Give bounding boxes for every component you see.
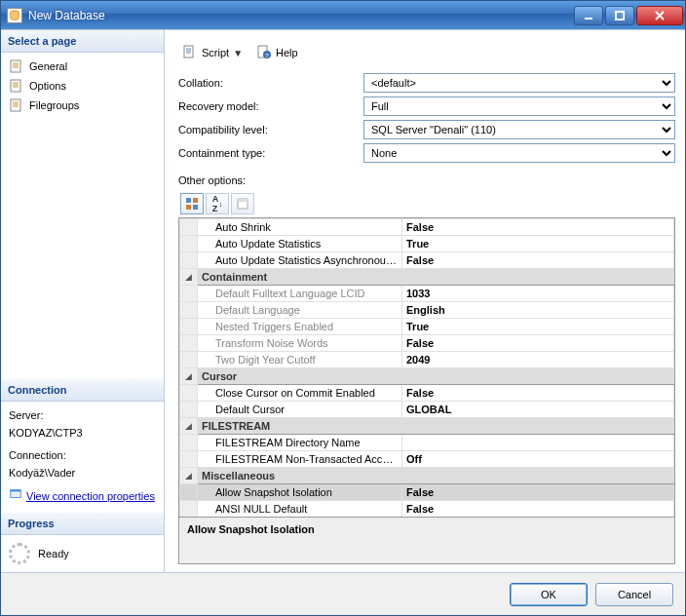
close-button[interactable] [636, 6, 683, 25]
property-value[interactable]: False [402, 219, 674, 236]
collapse-toggle[interactable]: ◢ [180, 468, 198, 484]
connection-label: Connection: [9, 447, 156, 465]
dialog-body: Select a page General Options Filegroups… [1, 29, 685, 572]
property-name: Allow Snapshot Isolation [198, 484, 402, 501]
alphabetical-button[interactable]: AZ↓ [206, 193, 229, 214]
ok-button[interactable]: OK [510, 583, 588, 606]
table-row[interactable]: ANSI NULL DefaultFalse [180, 501, 674, 518]
property-value[interactable]: True [402, 319, 674, 335]
recovery-select[interactable]: Full [363, 96, 675, 116]
property-value[interactable]: GLOBAL [402, 402, 674, 418]
cancel-button[interactable]: Cancel [595, 583, 673, 606]
table-row[interactable]: ◢Miscellaneous [180, 468, 674, 484]
property-value[interactable]: English [402, 302, 674, 319]
progress-spinner-icon [9, 543, 30, 564]
property-value[interactable]: Off [402, 451, 674, 468]
progress-status: Ready [38, 548, 69, 559]
row-gutter [180, 501, 198, 518]
row-gutter [180, 435, 198, 451]
page-label: General [29, 60, 67, 72]
row-gutter [180, 385, 198, 402]
collapse-toggle[interactable]: ◢ [180, 269, 198, 286]
svg-rect-12 [186, 198, 191, 203]
maximize-button[interactable] [605, 6, 634, 25]
property-value[interactable]: False [402, 335, 674, 352]
collapse-toggle[interactable]: ◢ [180, 368, 198, 385]
table-row[interactable]: ◢Cursor [180, 368, 674, 385]
app-icon [7, 8, 22, 23]
property-name: Default Language [198, 302, 402, 319]
page-item-filegroups[interactable]: Filegroups [6, 96, 159, 115]
row-gutter [180, 484, 198, 501]
view-connection-properties-link[interactable]: View connection properties [9, 487, 155, 507]
page-item-options[interactable]: Options [6, 76, 159, 96]
row-gutter [180, 219, 198, 236]
left-panel: Select a page General Options Filegroups… [1, 30, 165, 572]
property-grid: Auto ShrinkFalse Auto Update StatisticsT… [178, 217, 675, 564]
help-button[interactable]: ? Help [252, 42, 302, 63]
property-value[interactable]: False [402, 501, 674, 518]
property-value[interactable]: True [402, 236, 674, 252]
collation-row: Collation: <default> [178, 73, 675, 93]
property-name: Two Digit Year Cutoff [198, 352, 402, 368]
categorized-button[interactable] [180, 193, 204, 214]
table-row[interactable]: Auto Update Statistics AsynchronouslyFal… [180, 252, 674, 269]
table-row[interactable]: Transform Noise WordsFalse [180, 335, 674, 352]
server-label: Server: [9, 407, 156, 425]
row-gutter [180, 302, 198, 319]
table-row[interactable]: Allow Snapshot IsolationFalse [180, 484, 674, 501]
property-value[interactable] [402, 435, 674, 451]
table-row[interactable]: Default LanguageEnglish [180, 302, 674, 319]
table-row[interactable]: FILESTREAM Non-Transacted AccessOff [180, 451, 674, 468]
progress-box: Ready [1, 535, 164, 572]
property-value[interactable]: 2049 [402, 352, 674, 368]
window-buttons [574, 6, 685, 25]
table-row[interactable]: Close Cursor on Commit EnabledFalse [180, 385, 674, 402]
svg-rect-3 [11, 60, 20, 72]
contain-label: Containment type: [178, 147, 363, 159]
connection-value: Kodyäž\Vader [9, 465, 156, 482]
contain-row: Containment type: None [178, 143, 675, 163]
table-row[interactable]: Default CursorGLOBAL [180, 402, 674, 418]
page-item-general[interactable]: General [6, 57, 159, 76]
property-pages-button[interactable] [231, 193, 254, 214]
property-value[interactable]: False [402, 252, 674, 269]
row-gutter [180, 352, 198, 368]
property-value[interactable]: False [402, 385, 674, 402]
dialog-footer: OK Cancel [1, 572, 685, 615]
table-row[interactable]: Auto Update StatisticsTrue [180, 236, 674, 252]
connection-info: Server: KODYAZ\CTP3 Connection: Kodyäž\V… [1, 402, 164, 513]
compat-select[interactable]: SQL Server "Denali" (110) [363, 120, 675, 139]
table-row[interactable]: Default Fulltext Language LCID1033 [180, 286, 674, 302]
property-value[interactable]: 1033 [402, 286, 674, 302]
table-row[interactable]: Auto ShrinkFalse [180, 219, 674, 236]
grid-scroll[interactable]: Auto ShrinkFalse Auto Update StatisticsT… [179, 218, 674, 517]
script-label: Script [202, 47, 229, 58]
row-gutter [180, 286, 198, 302]
table-row[interactable]: ◢FILESTREAM [180, 418, 674, 435]
category-label: FILESTREAM [198, 418, 674, 435]
titlebar[interactable]: New Database [1, 1, 685, 29]
collapse-toggle[interactable]: ◢ [180, 418, 198, 435]
minimize-button[interactable] [574, 6, 603, 25]
collation-label: Collation: [178, 77, 363, 89]
property-name: Default Fulltext Language LCID [198, 286, 402, 302]
select-page-heading: Select a page [1, 30, 164, 53]
property-name: Close Cursor on Commit Enabled [198, 385, 402, 402]
link-icon [9, 487, 22, 507]
row-gutter [180, 451, 198, 468]
svg-rect-7 [11, 490, 21, 492]
script-button[interactable]: Script ▼ [178, 42, 247, 63]
category-label: Cursor [198, 368, 674, 385]
table-row[interactable]: Two Digit Year Cutoff2049 [180, 352, 674, 368]
property-value[interactable]: False [402, 484, 674, 501]
table-row[interactable]: ◢Containment [180, 269, 674, 286]
table-row[interactable]: FILESTREAM Directory Name [180, 435, 674, 451]
property-name: Auto Shrink [198, 219, 402, 236]
svg-rect-15 [193, 205, 198, 210]
collation-select[interactable]: <default> [363, 73, 675, 93]
contain-select[interactable]: None [363, 143, 675, 163]
row-gutter [180, 252, 198, 269]
recovery-label: Recovery model: [178, 100, 363, 112]
table-row[interactable]: Nested Triggers EnabledTrue [180, 319, 674, 335]
